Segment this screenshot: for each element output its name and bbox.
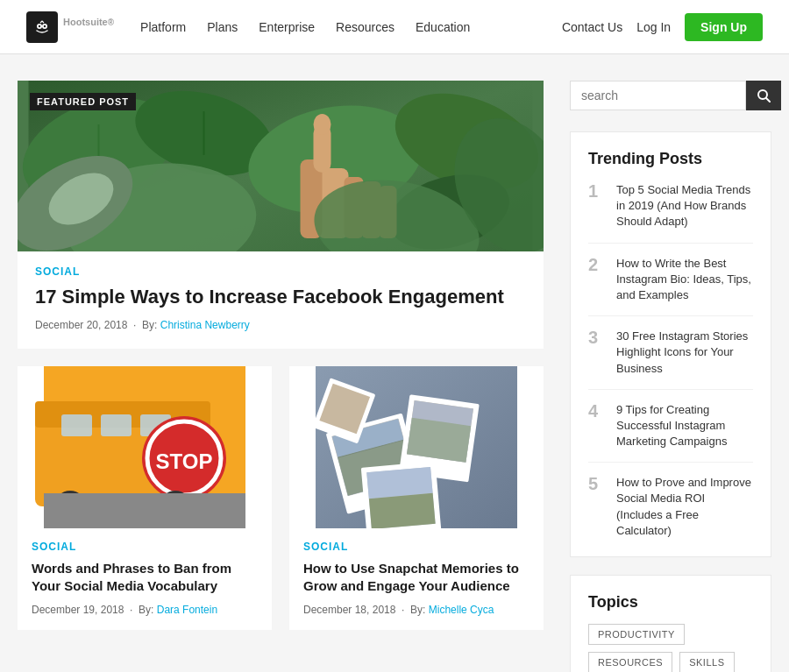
svg-rect-27 [61, 414, 92, 436]
topics-tags: PRODUCTIVITY RESOURCES SKILLS SOCIAL SOC… [588, 624, 753, 672]
svg-line-56 [766, 98, 770, 102]
trending-item-1: 2 How to Write the Best Instagram Bio: I… [588, 256, 753, 317]
trending-text-1[interactable]: How to Write the Best Instagram Bio: Ide… [616, 256, 753, 304]
featured-body: SOCIAL 17 Simple Ways to Increase Facebo… [18, 251, 544, 349]
topic-tag-2[interactable]: SKILLS [679, 652, 734, 672]
main-content: FEATURED POST [18, 81, 544, 672]
logo-trademark: ® [108, 18, 114, 27]
hootsuite-owl-icon [26, 11, 58, 43]
post-card-0: STOP SOCIAL Words and Phrases to Ban fro… [18, 366, 272, 631]
trending-item-0: 1 Top 5 Social Media Trends in 2019 (And… [588, 182, 753, 244]
featured-title: 17 Simple Ways to Increase Facebook Enga… [35, 285, 526, 310]
featured-image-wrap: FEATURED POST [18, 81, 544, 251]
trending-num-0: 1 [588, 182, 606, 200]
topics-title: Topics [588, 593, 753, 612]
svg-point-3 [44, 25, 46, 26]
trending-item-4: 5 How to Prove and Improve Social Media … [588, 475, 753, 539]
svg-rect-37 [44, 493, 245, 528]
svg-rect-51 [366, 467, 432, 499]
search-button[interactable] [746, 81, 781, 110]
featured-label: FEATURED POST [30, 93, 136, 110]
featured-date: December 20, 2018 [35, 319, 127, 331]
header-right: Contact Us Log In Sign Up [562, 13, 763, 41]
main-nav: Platform Plans Enterprise Resources Educ… [140, 20, 562, 34]
logo-text: Hootsuite® [63, 17, 114, 37]
post-card-image-0: STOP [18, 366, 272, 528]
nav-resources[interactable]: Resources [336, 20, 394, 34]
post-date-1: December 18, 2018 [303, 604, 395, 616]
bus-image: STOP [18, 366, 272, 528]
featured-category[interactable]: SOCIAL [35, 265, 526, 278]
signup-button[interactable]: Sign Up [685, 13, 763, 41]
trending-text-3[interactable]: 9 Tips for Creating Successful Instagram… [616, 402, 753, 450]
nav-education[interactable]: Education [416, 20, 470, 34]
trending-text-2[interactable]: 30 Free Instagram Stories Highlight Icon… [616, 329, 753, 377]
featured-by: By: [142, 319, 157, 331]
svg-point-18 [314, 114, 331, 135]
topic-tag-0[interactable]: PRODUCTIVITY [588, 624, 685, 645]
trending-item-3: 4 9 Tips for Creating Successful Instagr… [588, 402, 753, 463]
topic-tag-1[interactable]: RESOURCES [588, 652, 672, 672]
post-grid: STOP SOCIAL Words and Phrases to Ban fro… [18, 366, 544, 631]
post-author-link-0[interactable]: Dara Fontein [157, 604, 217, 616]
post-author-link-1[interactable]: Michelle Cyca [429, 604, 494, 616]
post-card-1: SOCIAL How to Use Snapchat Memories to G… [289, 366, 544, 631]
post-title-1: How to Use Snapchat Memories to Grow and… [303, 560, 530, 596]
nav-enterprise[interactable]: Enterprise [259, 20, 315, 34]
header: Hootsuite® Platform Plans Enterprise Res… [0, 0, 789, 54]
trending-text-4[interactable]: How to Prove and Improve Social Media RO… [616, 475, 753, 539]
post-meta-0: December 19, 2018 · By: Dara Fontein [32, 604, 258, 616]
photos-image [289, 366, 544, 528]
post-category-0[interactable]: SOCIAL [32, 541, 258, 553]
trending-box: Trending Posts 1 Top 5 Social Media Tren… [570, 131, 771, 557]
post-card-body-0: SOCIAL Words and Phrases to Ban from You… [18, 528, 272, 631]
trending-num-1: 2 [588, 256, 606, 273]
post-by-0: By: [139, 604, 153, 616]
trending-num-4: 5 [588, 475, 606, 492]
svg-text:STOP: STOP [156, 449, 213, 473]
post-card-image-1 [289, 366, 544, 528]
trending-text-0[interactable]: Top 5 Social Media Trends in 2019 (And H… [616, 182, 753, 230]
post-card-body-1: SOCIAL How to Use Snapchat Memories to G… [289, 528, 544, 631]
featured-author-link[interactable]: Christina Newberry [160, 319, 250, 331]
featured-post: FEATURED POST [18, 81, 544, 349]
post-by-1: By: [410, 604, 425, 616]
search-icon [757, 88, 771, 103]
search-input[interactable] [570, 81, 746, 110]
trending-num-3: 4 [588, 402, 606, 420]
nav-platform[interactable]: Platform [140, 20, 186, 34]
post-category-1[interactable]: SOCIAL [303, 541, 530, 553]
search-box [570, 81, 771, 110]
login-link[interactable]: Log In [636, 20, 671, 34]
trending-title: Trending Posts [588, 150, 753, 168]
post-date-0: December 19, 2018 [32, 604, 124, 616]
post-title-0: Words and Phrases to Ban from Your Socia… [32, 560, 258, 596]
contact-link[interactable]: Contact Us [562, 20, 622, 34]
featured-meta: December 20, 2018 · By: Christina Newber… [35, 319, 526, 331]
svg-rect-52 [369, 492, 436, 527]
logo-area[interactable]: Hootsuite® [26, 11, 114, 43]
nav-plans[interactable]: Plans [207, 20, 238, 34]
svg-point-2 [39, 25, 40, 26]
sidebar: Trending Posts 1 Top 5 Social Media Tren… [570, 81, 771, 672]
page-container: FEATURED POST [0, 54, 789, 672]
trending-item-2: 3 30 Free Instagram Stories Highlight Ic… [588, 329, 753, 390]
trending-num-2: 3 [588, 329, 606, 346]
topics-box: Topics PRODUCTIVITY RESOURCES SKILLS SOC… [570, 575, 771, 672]
post-meta-1: December 18, 2018 · By: Michelle Cyca [303, 604, 530, 616]
svg-rect-28 [101, 414, 132, 436]
